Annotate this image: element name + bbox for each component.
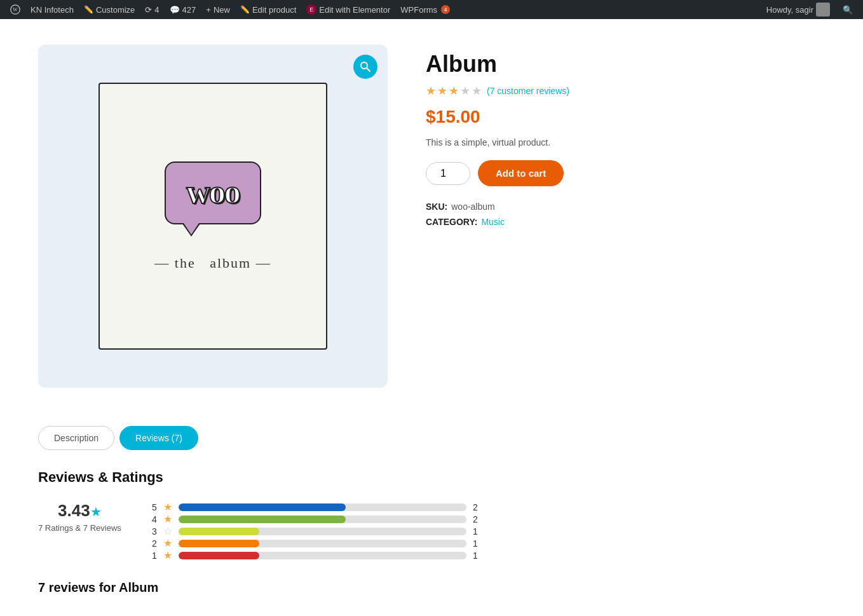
- svg-line-3: [367, 68, 370, 71]
- avg-rating-block: 3.43★ 7 Ratings & 7 Reviews: [38, 501, 121, 533]
- product-info: Album ★ ★ ★ ★ ★ (7 customer reviews) $15…: [426, 44, 825, 232]
- customize-link[interactable]: ✏️ Customize: [79, 0, 140, 19]
- wp-icon: W: [10, 4, 20, 15]
- bar-label-5: 5: [147, 502, 157, 512]
- rating-bar-row-3: 3 ☆ 1: [147, 525, 483, 537]
- wpforms-label: WPForms: [400, 5, 437, 15]
- svg-text:W: W: [13, 7, 18, 13]
- howdy-label: Howdy, sagir: [766, 5, 813, 15]
- rating-bar-row-2: 2 ★ 1: [147, 537, 483, 549]
- rating-bar-row-5: 5 ★ 2: [147, 501, 483, 513]
- bar-fill-4: [179, 516, 346, 523]
- ratings-summary: 3.43★ 7 Ratings & 7 Reviews 5 ★ 2 4 ★ 2 …: [38, 501, 483, 561]
- product-rating: ★ ★ ★ ★ ★ (7 customer reviews): [426, 84, 825, 98]
- customize-label: Customize: [96, 5, 135, 15]
- comments-count: 427: [182, 5, 196, 15]
- customize-icon: ✏️: [84, 5, 93, 14]
- howdy-link[interactable]: Howdy, sagir: [761, 0, 835, 19]
- reviews-section: Reviews & Ratings 3.43★ 7 Ratings & 7 Re…: [38, 469, 483, 595]
- elementor-icon: E: [306, 4, 316, 15]
- bar-count-5: 2: [473, 502, 483, 512]
- avg-star-icon: ★: [90, 505, 102, 519]
- sku-row: SKU: woo-album: [426, 202, 825, 212]
- bar-label-4: 4: [147, 514, 157, 524]
- review-link[interactable]: (7 customer reviews): [487, 86, 569, 96]
- category-row: CATEGORY: Music: [426, 217, 825, 227]
- wpforms-badge: 4: [441, 5, 450, 14]
- updates-icon: ⟳: [145, 5, 152, 15]
- sku-value: woo-album: [451, 202, 494, 212]
- star-1: ★: [426, 84, 436, 98]
- rating-bars: 5 ★ 2 4 ★ 2 3 ☆ 1 2 ★ 1: [147, 501, 483, 561]
- edit-product-icon: ✏️: [240, 5, 250, 14]
- avg-number: 3.43★: [38, 501, 121, 521]
- bar-star-1: ★: [163, 549, 172, 561]
- bar-star-3: ☆: [163, 525, 172, 537]
- search-button[interactable]: 🔍: [838, 0, 858, 19]
- bar-label-2: 2: [147, 538, 157, 549]
- bar-count-3: 1: [473, 526, 483, 537]
- bar-fill-2: [179, 540, 259, 547]
- bar-track-3: [179, 528, 466, 535]
- tabs-row: Description Reviews (7): [38, 426, 825, 450]
- category-link[interactable]: Music: [481, 217, 505, 227]
- star-3: ★: [449, 84, 459, 98]
- new-label: New: [214, 5, 230, 15]
- bar-label-1: 1: [147, 551, 157, 561]
- wpforms-link[interactable]: WPForms 4: [395, 0, 455, 19]
- reviews-for-heading: 7 reviews for Album: [38, 580, 483, 595]
- star-4: ★: [460, 84, 470, 98]
- edit-elementor-link[interactable]: E Edit with Elementor: [301, 0, 395, 19]
- page-wrapper: woo — the album — Album ★ ★ ★ ★ ★ (7 cus…: [0, 19, 863, 616]
- site-name[interactable]: KN Infotech: [25, 0, 79, 19]
- bar-star-4: ★: [163, 513, 172, 525]
- rating-bar-row-4: 4 ★ 2: [147, 513, 483, 525]
- rating-bar-row-1: 1 ★ 1: [147, 549, 483, 561]
- bar-track-1: [179, 552, 466, 559]
- reviews-heading: Reviews & Ratings: [38, 469, 483, 486]
- comments-link[interactable]: 💬 427: [165, 0, 201, 19]
- product-image-wrap: woo — the album —: [38, 44, 388, 388]
- bar-star-2: ★: [163, 537, 172, 549]
- bar-track-2: [179, 540, 466, 547]
- product-image: woo — the album —: [99, 83, 327, 350]
- wp-logo[interactable]: W: [5, 0, 25, 19]
- star-rating: ★ ★ ★ ★ ★: [426, 84, 482, 98]
- edit-product-label: Edit product: [252, 5, 296, 15]
- product-price: $15.00: [426, 107, 825, 127]
- bar-fill-5: [179, 503, 346, 511]
- bar-track-4: [179, 516, 466, 523]
- bar-count-2: 1: [473, 538, 483, 549]
- avatar: [816, 3, 830, 17]
- star-5: ★: [472, 84, 482, 98]
- tab-description[interactable]: Description: [38, 426, 114, 450]
- edit-product-link[interactable]: ✏️ Edit product: [235, 0, 301, 19]
- product-title: Album: [426, 51, 825, 78]
- product-meta: SKU: woo-album CATEGORY: Music: [426, 202, 825, 227]
- bar-star-5: ★: [163, 501, 172, 513]
- new-link[interactable]: + New: [201, 0, 235, 19]
- product-actions: Add to cart: [426, 160, 825, 186]
- bar-fill-3: [179, 528, 259, 535]
- quantity-input[interactable]: [426, 162, 470, 185]
- updates-link[interactable]: ⟳ 4: [140, 0, 164, 19]
- bar-fill-1: [179, 552, 259, 559]
- product-description: This is a simple, virtual product.: [426, 137, 825, 147]
- comments-icon: 💬: [170, 5, 180, 15]
- zoom-button[interactable]: [353, 55, 377, 79]
- avg-value: 3.43: [58, 501, 90, 520]
- bar-track-5: [179, 503, 466, 511]
- star-2: ★: [437, 84, 447, 98]
- add-to-cart-button[interactable]: Add to cart: [478, 160, 564, 186]
- woo-bubble: woo: [165, 161, 261, 224]
- admin-bar: W KN Infotech ✏️ Customize ⟳ 4 💬 427 + N…: [0, 0, 863, 19]
- admin-bar-right: Howdy, sagir 🔍: [761, 0, 858, 19]
- bar-count-4: 2: [473, 514, 483, 524]
- product-layout: woo — the album — Album ★ ★ ★ ★ ★ (7 cus…: [38, 44, 825, 388]
- album-subtitle: — the album —: [154, 255, 271, 271]
- category-label: CATEGORY:: [426, 217, 477, 227]
- sku-label: SKU:: [426, 202, 447, 212]
- tab-reviews[interactable]: Reviews (7): [119, 426, 198, 450]
- search-icon: 🔍: [843, 5, 853, 15]
- site-name-label: KN Infotech: [31, 5, 74, 15]
